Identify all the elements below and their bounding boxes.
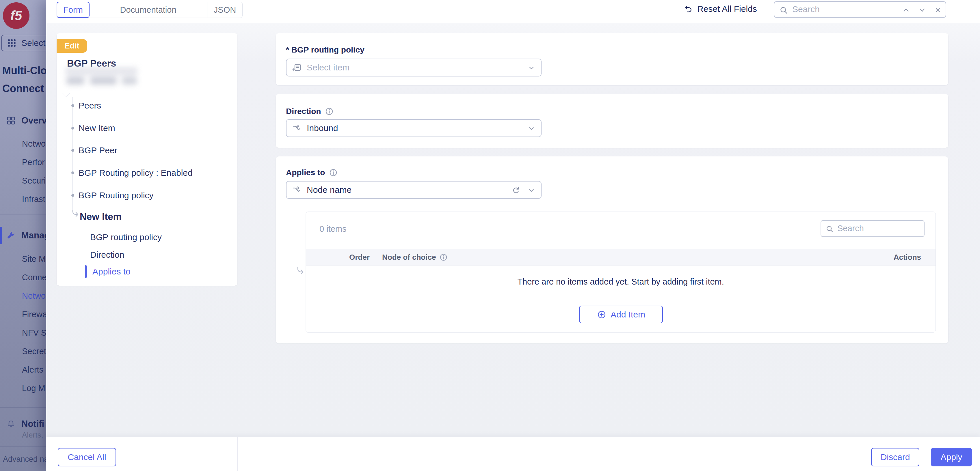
sidebar-divider: [0, 408, 46, 408]
reset-all-fields-button[interactable]: Reset All Fields: [682, 0, 757, 18]
add-item-label: Add Item: [611, 310, 645, 319]
info-icon[interactable]: [439, 253, 448, 262]
sidebar-item-conne[interactable]: Conne: [22, 270, 46, 284]
sidebar-section-subtext: Alerts,: [22, 431, 46, 439]
tree-item-bgp-routing-policy[interactable]: BGP routing policy: [57, 231, 237, 244]
search-prev-chevron-up-icon[interactable]: [901, 5, 911, 15]
table-search-input[interactable]: [837, 222, 918, 235]
sidebar-divider: [0, 214, 46, 214]
app-title-line2: Connect: [2, 82, 46, 95]
apply-button[interactable]: Apply: [931, 448, 972, 466]
chevron-down-icon: [527, 124, 536, 134]
search-icon: [779, 5, 789, 15]
bgp-routing-policy-select[interactable]: Select item: [286, 59, 542, 76]
branch-arrows-icon: [292, 185, 302, 195]
sidebar-item-perfor[interactable]: Perfor: [22, 155, 46, 169]
tree-item-peers[interactable]: Peers: [57, 99, 237, 112]
direction-label-row: Direction: [286, 107, 334, 116]
search-divider: [893, 5, 893, 15]
search-clear-x-icon[interactable]: [933, 5, 942, 15]
info-icon[interactable]: [325, 107, 334, 116]
tree-item-new-item[interactable]: New Item: [57, 210, 237, 223]
sidebar-item-log-m[interactable]: Log M: [22, 381, 46, 395]
sidebar-item-securi[interactable]: Securi: [22, 174, 46, 187]
refresh-icon[interactable]: [511, 186, 521, 195]
direction-select[interactable]: Inbound: [286, 119, 542, 137]
applies-to-items-table: 0 items Order Node of choice: [305, 211, 936, 333]
tab-json[interactable]: JSON: [207, 2, 242, 17]
panel-search: [774, 1, 946, 18]
discard-button[interactable]: Discard: [871, 448, 920, 466]
panel-search-input[interactable]: [792, 3, 887, 16]
plus-circle-icon: [597, 310, 606, 319]
tree-bullet-icon: [72, 127, 74, 130]
cancel-all-button[interactable]: Cancel All: [58, 448, 116, 466]
sidebar-item-site-m[interactable]: Site M: [22, 252, 46, 266]
tree-item-bgp-routing-policy[interactable]: BGP Routing policy: [57, 189, 237, 202]
app-title-line1: Multi-Clou: [2, 65, 46, 77]
app-root: f5 Select Multi-Clou Connect OverviNetwo…: [0, 0, 980, 471]
sidebar-item-infrast[interactable]: Infrast: [22, 192, 46, 206]
sidebar-item-firewa[interactable]: Firewa: [22, 308, 46, 321]
chevron-down-icon: [527, 63, 536, 73]
table-empty-state: There are no items added yet. Start by a…: [306, 265, 935, 298]
column-order: Order: [349, 249, 370, 265]
column-actions: Actions: [894, 249, 921, 265]
f5-logo: f5: [3, 2, 29, 29]
section-applies-to: Applies to Node name: [276, 156, 948, 343]
chevron-down-icon: [527, 186, 536, 195]
edit-mode-badge: Edit: [57, 39, 87, 53]
sidebar-item-nfv-s[interactable]: NFV S: [22, 326, 46, 340]
direction-value: Inbound: [307, 123, 338, 133]
notifications-bell-icon: [6, 419, 16, 429]
advanced-nav-toggle[interactable]: Advanced nav: [3, 455, 46, 464]
grid-dots-icon: [7, 38, 17, 48]
applies-to-connector-line: [298, 199, 298, 271]
tree-item-new-item[interactable]: New Item: [57, 122, 237, 135]
tree-active-bar: [85, 265, 87, 278]
direction-label: Direction: [286, 107, 321, 116]
bgp-routing-policy-label: * BGP routing policy: [286, 45, 364, 54]
sidebar-item-alerts[interactable]: Alerts: [22, 363, 46, 377]
add-item-button[interactable]: Add Item: [579, 306, 663, 323]
column-node-of-choice: Node of choice: [382, 249, 448, 265]
namespace-select-button[interactable]: Select: [1, 35, 46, 51]
manage-wrench-icon: [6, 230, 16, 241]
tab-documentation[interactable]: Documentation: [89, 2, 207, 17]
sidebar-item-secret[interactable]: Secret: [22, 344, 46, 358]
undo-icon: [682, 3, 693, 14]
panel-tab-bar: Form Documentation JSON Reset All Fields: [46, 0, 980, 23]
select-list-icon: [292, 62, 302, 73]
namespace-select-label: Select: [21, 38, 45, 48]
search-next-chevron-down-icon[interactable]: [918, 5, 927, 15]
section-bgp-routing-policy: * BGP routing policy Select item: [276, 33, 948, 85]
items-count: 0 items: [320, 223, 346, 235]
tree-item-bgp-peer[interactable]: BGP Peer: [57, 144, 237, 157]
reset-all-fields-label: Reset All Fields: [697, 4, 757, 14]
view-tabs: Form Documentation JSON: [57, 2, 243, 18]
sidebar-section-manage[interactable]: Manag: [0, 227, 46, 244]
tree-item-applies-to[interactable]: Applies to: [57, 265, 237, 278]
tree-bullet-icon: [72, 171, 74, 174]
table-search: [821, 220, 924, 237]
sidebar-item-netwo[interactable]: Netwo: [22, 289, 46, 303]
tree-header-divider: [57, 93, 237, 93]
form-tree-card: Edit BGP Peers PeersNew ItemBGP PeerBGP …: [57, 33, 237, 286]
slideover-panel: Form Documentation JSON Reset All Fields: [46, 0, 980, 471]
info-icon[interactable]: [329, 168, 338, 177]
applies-to-label-row: Applies to: [286, 168, 338, 177]
tree-bullet-icon: [72, 149, 74, 152]
tree-item-direction[interactable]: Direction: [57, 249, 237, 261]
table-header-row: Order Node of choice Actions: [306, 249, 935, 265]
sidebar-section-notifications[interactable]: Notifi: [0, 416, 46, 432]
sidebar-section-overview[interactable]: Overvi: [0, 113, 46, 129]
section-direction: Direction Inbound: [276, 94, 948, 148]
sidebar-item-netwo[interactable]: Netwo: [22, 137, 46, 151]
applies-to-select[interactable]: Node name: [286, 181, 542, 199]
sidebar: f5 Select Multi-Clou Connect OverviNetwo…: [0, 0, 46, 471]
redacted-object-name: [62, 65, 140, 89]
tab-form[interactable]: Form: [57, 2, 89, 18]
tree-item-bgp-routing-policy-enabled[interactable]: BGP Routing policy : Enabled: [57, 167, 237, 179]
branch-arrows-icon: [292, 123, 302, 133]
tree-collapse-notch[interactable]: [62, 89, 70, 97]
